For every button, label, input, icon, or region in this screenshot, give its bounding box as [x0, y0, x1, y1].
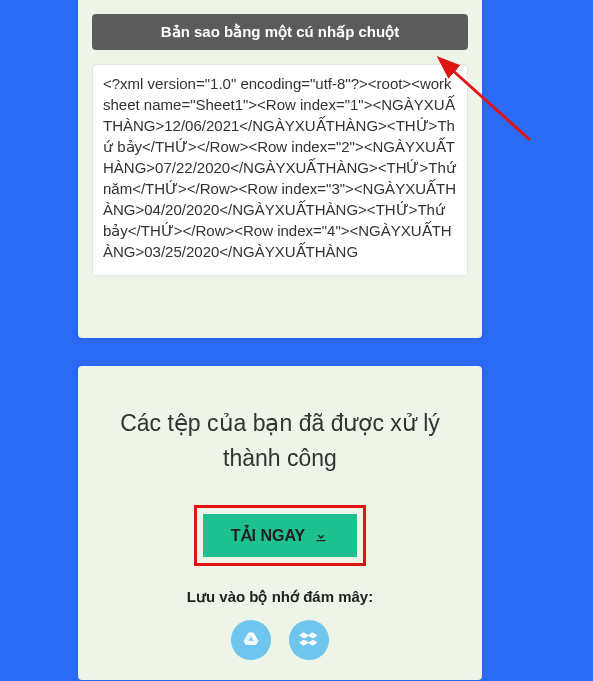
download-button-label: TẢI NGAY — [231, 526, 305, 545]
dropbox-button[interactable] — [289, 620, 329, 660]
copy-button[interactable]: Bản sao bằng một cú nhấp chuột — [92, 14, 468, 50]
dropbox-icon — [299, 630, 319, 650]
download-icon — [313, 528, 329, 544]
xml-content-box[interactable]: <?xml version="1.0" encoding="utf-8"?><r… — [92, 64, 468, 276]
download-highlight-frame: TẢI NGAY — [194, 505, 366, 566]
xml-output-card: Bản sao bằng một cú nhấp chuột <?xml ver… — [78, 0, 482, 338]
download-button[interactable]: TẢI NGAY — [203, 514, 357, 557]
cloud-icons-row — [108, 620, 452, 660]
google-drive-icon — [241, 630, 261, 650]
google-drive-button[interactable] — [231, 620, 271, 660]
download-card: Các tệp của bạn đã được xử lý thành công… — [78, 366, 482, 680]
cloud-save-label: Lưu vào bộ nhớ đám mây: — [108, 588, 452, 606]
success-title: Các tệp của bạn đã được xử lý thành công — [108, 406, 452, 475]
